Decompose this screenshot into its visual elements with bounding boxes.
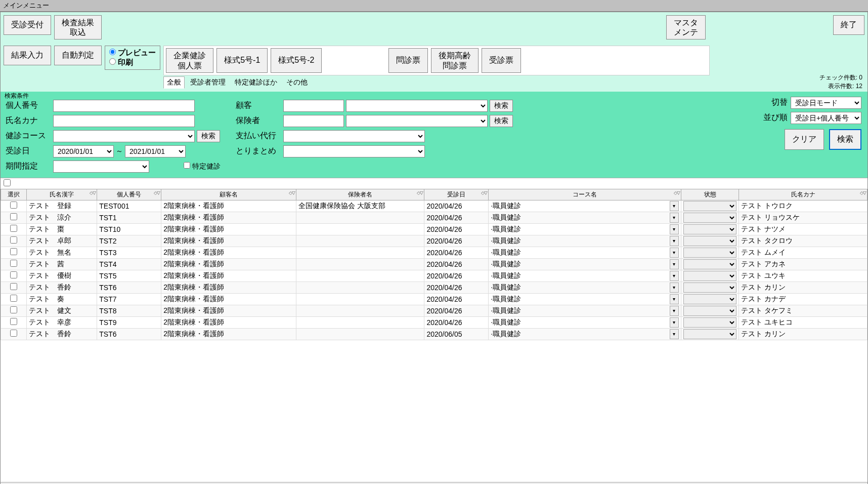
row-checkbox[interactable] (10, 201, 17, 209)
horizontal-scrollbar[interactable]: ∨ ∨ (1, 482, 867, 484)
form-jushinhyo-button[interactable]: 受診票 (482, 48, 521, 72)
auto-judge-button[interactable]: 自動判定 (54, 46, 102, 65)
cell-status[interactable] (681, 328, 739, 340)
cell-status[interactable] (681, 270, 739, 281)
col-status[interactable]: 状態 (681, 189, 739, 200)
personal-no-input[interactable] (53, 100, 195, 112)
chevron-down-icon[interactable]: ▾ (670, 213, 679, 223)
col-name-kana[interactable]: 氏名カナ◇▽ (739, 189, 867, 200)
row-checkbox[interactable] (10, 295, 17, 302)
pay-agent-select[interactable] (283, 130, 425, 142)
select-all-checkbox[interactable] (4, 179, 11, 186)
print-radio[interactable]: 印刷 (109, 58, 156, 67)
customer-search-button[interactable]: 検索 (490, 100, 513, 112)
row-checkbox[interactable] (10, 248, 17, 255)
tab-other[interactable]: その他 (283, 76, 311, 89)
form-style5-2-button[interactable]: 様式5号-2 (271, 48, 322, 72)
exit-button[interactable]: 終了 (833, 15, 864, 35)
insurer-code-input[interactable] (283, 115, 344, 127)
col-name-kanji[interactable]: 氏名漢字◇▽ (26, 189, 97, 200)
status-select[interactable] (683, 294, 736, 304)
table-row[interactable]: テスト 棗TST102階東病棟・看護師2020/04/26·職員健診▾テスト ナ… (1, 223, 867, 235)
status-select[interactable] (683, 329, 736, 339)
sort-filter-icon[interactable]: ◇▽ (481, 190, 487, 195)
col-customer-name[interactable]: 顧客名◇▽ (161, 189, 296, 200)
status-select[interactable] (683, 236, 736, 246)
col-exam-date[interactable]: 受診日◇▽ (424, 189, 489, 200)
col-personal-no[interactable]: 個人番号◇▽ (97, 189, 161, 200)
status-select[interactable] (683, 283, 736, 293)
table-row[interactable]: テスト 幸彦TST92階東病棟・看護師2020/04/26·職員健診▾テスト ユ… (1, 316, 867, 328)
sort-filter-icon[interactable]: ◇▽ (860, 190, 866, 195)
period-select[interactable] (53, 160, 149, 173)
table-row[interactable]: テスト 茜TST42階東病棟・看護師2020/04/26·職員健診▾テスト アカ… (1, 258, 867, 270)
clear-button[interactable]: クリア (785, 129, 824, 150)
date-from-select[interactable]: 2020/01/01 (53, 145, 114, 157)
name-kana-input[interactable] (53, 115, 195, 127)
chevron-down-icon[interactable]: ▾ (670, 224, 679, 234)
table-row[interactable]: テスト 香鈴TST62階東病棟・看護師2020/06/05·職員健診▾テスト カ… (1, 328, 867, 340)
status-select[interactable] (683, 201, 736, 211)
tab-patient-mgmt[interactable]: 受診者管理 (187, 76, 229, 89)
sort-filter-icon[interactable]: ◇▽ (90, 190, 96, 195)
cell-status[interactable] (681, 235, 739, 247)
table-row[interactable]: テスト 優樹TST52階東病棟・看護師2020/04/26·職員健診▾テスト ユ… (1, 270, 867, 281)
switch-select[interactable]: 受診日モード (791, 97, 861, 109)
reception-button[interactable]: 受診受付 (4, 15, 51, 35)
row-checkbox[interactable] (10, 260, 17, 267)
table-row[interactable]: テスト 無名TST32階東病棟・看護師2020/04/26·職員健診▾テスト ム… (1, 247, 867, 258)
tab-tokutei[interactable]: 特定健診ほか (231, 76, 281, 89)
form-kouki-button[interactable]: 後期高齢 問診票 (431, 48, 479, 72)
preview-radio-input[interactable] (109, 49, 116, 55)
form-monshin-button[interactable]: 問診票 (388, 48, 428, 72)
chevron-down-icon[interactable]: ▾ (670, 306, 679, 316)
form-kigyo-button[interactable]: 企業健診 個人票 (166, 48, 213, 72)
table-row[interactable]: テスト 奏TST72階東病棟・看護師2020/04/26·職員健診▾テスト カナ… (1, 293, 867, 305)
cell-status[interactable] (681, 293, 739, 305)
insurer-search-button[interactable]: 検索 (490, 115, 513, 127)
import-results-button[interactable]: 検査結果 取込 (54, 15, 102, 39)
sort-filter-icon[interactable]: ◇▽ (417, 190, 423, 195)
status-select[interactable] (683, 317, 736, 328)
row-checkbox[interactable] (10, 318, 17, 325)
row-checkbox[interactable] (10, 271, 17, 278)
cell-status[interactable] (681, 247, 739, 258)
course-search-button[interactable]: 検索 (197, 130, 220, 142)
chevron-down-icon[interactable]: ▾ (670, 248, 679, 258)
chevron-down-icon[interactable]: ▾ (670, 236, 679, 246)
tokutei-checkbox-input[interactable] (184, 162, 190, 169)
result-entry-button[interactable]: 結果入力 (4, 46, 51, 65)
cell-status[interactable] (681, 258, 739, 270)
table-row[interactable]: テスト 香鈴TST62階東病棟・看護師2020/04/26·職員健診▾テスト カ… (1, 281, 867, 293)
cell-status[interactable] (681, 223, 739, 235)
cell-status[interactable] (681, 281, 739, 293)
course-select[interactable] (53, 130, 195, 142)
status-select[interactable] (683, 271, 736, 281)
table-row[interactable]: テスト 涼介TST12階東病棟・看護師2020/04/26·職員健診▾テスト リ… (1, 212, 867, 223)
status-select[interactable] (683, 259, 736, 269)
row-checkbox[interactable] (10, 306, 17, 313)
date-to-select[interactable]: 2021/01/01 (125, 145, 186, 157)
cell-status[interactable] (681, 305, 739, 316)
chevron-down-icon[interactable]: ▾ (670, 329, 679, 339)
row-checkbox[interactable] (10, 213, 17, 220)
form-style5-1-button[interactable]: 様式5号-1 (216, 48, 268, 72)
row-checkbox[interactable] (10, 283, 17, 290)
col-select[interactable]: 選択 (1, 189, 27, 200)
customer-code-input[interactable] (283, 100, 344, 112)
chevron-down-icon[interactable]: ▾ (670, 259, 679, 269)
row-checkbox[interactable] (10, 236, 17, 244)
summary-select[interactable] (283, 145, 425, 157)
chevron-down-icon[interactable]: ▾ (670, 317, 679, 328)
chevron-down-icon[interactable]: ▾ (670, 294, 679, 304)
table-row[interactable]: テスト 卓郎TST22階東病棟・看護師2020/04/26·職員健診▾テスト タ… (1, 235, 867, 247)
preview-radio[interactable]: プレビュー (109, 48, 156, 58)
sort-filter-icon[interactable]: ◇▽ (289, 190, 295, 195)
tokutei-checkbox[interactable]: 特定健診 (184, 162, 221, 171)
search-button[interactable]: 検索 (829, 129, 861, 150)
cell-status[interactable] (681, 200, 739, 212)
customer-select[interactable] (346, 100, 488, 112)
chevron-down-icon[interactable]: ▾ (670, 201, 679, 211)
table-row[interactable]: テスト 健文TST82階東病棟・看護師2020/04/26·職員健診▾テスト タ… (1, 305, 867, 316)
sort-filter-icon[interactable]: ◇▽ (674, 190, 680, 195)
